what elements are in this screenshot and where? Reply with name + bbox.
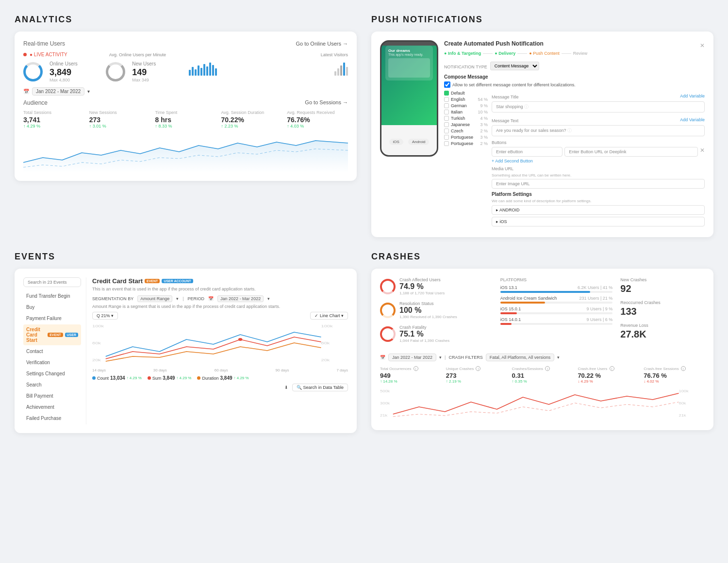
- svg-text:500k: 500k: [380, 389, 390, 393]
- notif-type-label: NOTIFICATION TYPE: [444, 64, 487, 69]
- event-achievement[interactable]: Achievement: [23, 402, 81, 412]
- reoccurred-item: Reoccurred Crashes 133: [620, 300, 705, 317]
- platform-android-bar: [500, 302, 546, 304]
- phone-screen: Our dreams This app's ready ready.: [381, 46, 437, 125]
- cbm-free-sessions: Crash-free Sessions i 76.76 % ↓ 4.02 %: [644, 366, 705, 384]
- lbar-1: [334, 71, 336, 76]
- seg-value[interactable]: Amount Range: [137, 295, 172, 302]
- download-button[interactable]: ⬇: [284, 385, 288, 390]
- period-label: PERIOD: [188, 296, 205, 301]
- crash-filters-value[interactable]: Fatal, All Platforms, All versions: [486, 354, 555, 361]
- add-second-btn-link[interactable]: + Add Second Button: [492, 159, 705, 163]
- btn1-input[interactable]: Enter eButton: [492, 147, 563, 157]
- dropdown-crash-filters[interactable]: ▾: [557, 355, 560, 360]
- cbm-total-occ-change: ↑ 14.28 %: [380, 379, 441, 384]
- dropdown-crash[interactable]: ▾: [439, 355, 442, 360]
- event-search[interactable]: Search: [23, 380, 81, 390]
- locale-check-cs[interactable]: [444, 129, 449, 133]
- svg-text:300k: 300k: [380, 402, 390, 405]
- cbm-free-sessions-label: Crash-free Sessions i: [644, 366, 705, 371]
- event-failed-purchase[interactable]: Failed Purchase: [23, 413, 81, 423]
- locale-check-it[interactable]: [444, 110, 449, 114]
- cbm-free-users: Crash-free Users i 70.22 % ↓ 4.29 %: [578, 366, 639, 384]
- ios-platform-row[interactable]: ▸ iOS: [492, 217, 705, 226]
- locale-check-default[interactable]: [444, 91, 449, 96]
- android-btn[interactable]: Android: [408, 139, 430, 145]
- duration-change: ↑ 4.29 %: [234, 376, 249, 380]
- android-platform-row[interactable]: ▸ ANDROID: [492, 205, 705, 215]
- cbm-unique-label: Unique Crashes i: [446, 366, 507, 371]
- goto-sessions-link[interactable]: Go to Sessions →: [305, 99, 348, 106]
- event-buy[interactable]: Buy: [23, 302, 81, 312]
- analytics-section: ANALYTICS Real-time Users Go to Online U…: [15, 15, 357, 237]
- period-value[interactable]: Jan 2022 - Mar 2022: [217, 295, 264, 302]
- btn-url-input[interactable]: Enter Button URL or Deeplink: [564, 147, 698, 157]
- audience-metrics: Total Sessions 3,741 ↑ 4.29 % New Sessio…: [23, 110, 348, 129]
- platform-settings-label: Platform Settings: [492, 192, 705, 197]
- pct-control[interactable]: Q 21% ▾: [92, 312, 118, 320]
- event-bill-payment[interactable]: Bill Payment: [23, 391, 81, 401]
- seg-label: SEGMENTATION BY: [92, 296, 133, 301]
- search-data-table[interactable]: 🔍 Search in Data Table: [292, 384, 348, 391]
- locale-check-ja[interactable]: [444, 122, 449, 127]
- live-bar: ● LIVE ACTIVITY Avg. Online Users per Mi…: [23, 52, 348, 57]
- event-settings-changed[interactable]: Settings Changed: [23, 369, 81, 379]
- locale-check-pt1[interactable]: [444, 135, 449, 140]
- new-crashes-value: 92: [620, 283, 705, 294]
- svg-text:20k: 20k: [92, 358, 101, 362]
- media-url-input[interactable]: Enter Image URL: [492, 179, 705, 189]
- event-contact[interactable]: Contact: [23, 346, 81, 356]
- msg-text-input[interactable]: Are you ready for our sales season? ⓘ: [492, 125, 705, 136]
- xlab-2: 30 days: [153, 368, 167, 372]
- event-verification[interactable]: Verification: [23, 357, 81, 368]
- chart-type-control[interactable]: ✓ Line Chart ▾: [310, 312, 348, 320]
- sum-change: ↑ 4.29 %: [176, 376, 191, 380]
- add-variable-text-link[interactable]: Add Variable: [680, 117, 705, 122]
- close-button[interactable]: ✕: [700, 42, 705, 49]
- step-review: Review: [573, 51, 588, 56]
- goto-online-users-link[interactable]: Go to Online Users →: [296, 41, 348, 47]
- online-users-label: Online Users: [50, 61, 78, 66]
- resolution-sub: 1,390 Resolved of 1,390 Crashes: [399, 315, 457, 319]
- platforms-label: PLATFORMS: [500, 277, 613, 282]
- crash-date-badge[interactable]: Jan 2022 - Mar 2022: [388, 354, 436, 361]
- step-info: ● Info & Targeting: [444, 51, 481, 56]
- platform-ios15-name: iOS 15.0.1: [500, 306, 521, 311]
- locale-turkish: Turkish 4 %: [444, 116, 488, 121]
- locale-check-pt2[interactable]: [444, 141, 449, 146]
- crashes-chart: 500k 300k 21k 100k 60k 21k: [380, 387, 705, 421]
- notification-type-select[interactable]: Content Message: [490, 62, 539, 70]
- new-sessions: New Sessions 273 ↑ 3.01 %: [89, 110, 150, 129]
- events-search-input[interactable]: [23, 277, 81, 287]
- msg-text-label: Message Text: [492, 118, 518, 123]
- locale-check-en[interactable]: [444, 97, 449, 102]
- legend-duration: Duration 3,849 ↑ 4.29 %: [197, 375, 248, 381]
- event-credit-card-start[interactable]: Credit Card Start EVENT USER: [23, 324, 81, 345]
- remove-btn-icon[interactable]: ✕: [700, 147, 705, 157]
- sum-label: Sum: [152, 376, 162, 381]
- locale-check-de[interactable]: [444, 103, 449, 108]
- seg-row: SEGMENTATION BY Amount Range ▾ | PERIOD …: [92, 295, 348, 302]
- step-line-1: [483, 53, 493, 54]
- bar-10: [215, 68, 217, 76]
- date-badge[interactable]: Jan 2022 - Mar 2022: [32, 87, 84, 96]
- svg-point-6: [238, 338, 242, 341]
- allow-diff-checkbox[interactable]: [444, 81, 450, 88]
- online-users-max: Max 4,800: [50, 78, 78, 82]
- ios-btn[interactable]: iOS: [389, 139, 403, 145]
- locale-name-it: Italian: [451, 110, 463, 114]
- dropdown-icon[interactable]: ▾: [87, 89, 90, 94]
- cbm-total-occ-label: Total Occurrences i: [380, 366, 441, 371]
- add-variable-title-link[interactable]: Add Variable: [680, 94, 705, 98]
- analytics-header: Real-time Users Go to Online Users →: [23, 40, 348, 47]
- locale-default: Default: [444, 91, 488, 96]
- locale-check-tr[interactable]: [444, 116, 449, 121]
- event-payment-failure[interactable]: Payment Failure: [23, 313, 81, 323]
- msg-title-input[interactable]: Star shopping ⓘ: [492, 101, 705, 113]
- revenue-loss-item: Revenue Loss 27.8K: [620, 323, 705, 340]
- cbm-free-users-value: 70.22 %: [578, 372, 639, 379]
- event-main-desc: This is an event that is used in the app…: [92, 287, 348, 291]
- new-sessions-label: New Sessions: [89, 110, 150, 115]
- locale-pct-cs: 2 %: [480, 129, 488, 133]
- event-fund-transfer[interactable]: Fund Transfer Begin: [23, 291, 81, 301]
